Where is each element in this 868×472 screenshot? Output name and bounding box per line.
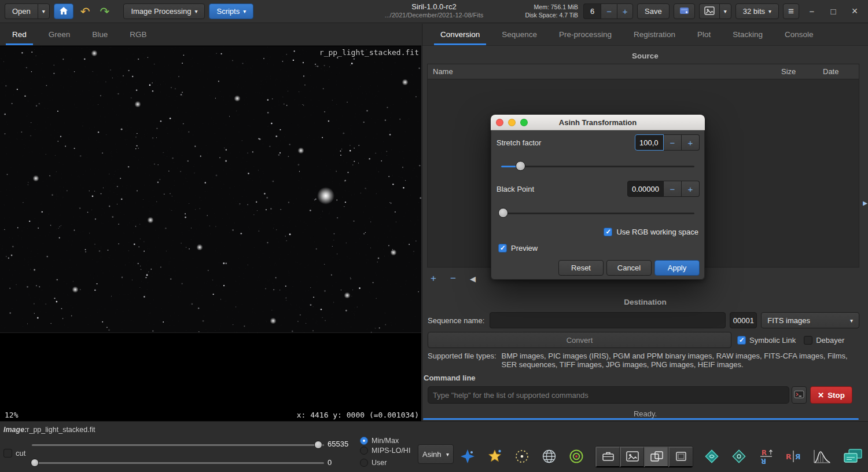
black-point-decrement-button[interactable]: −: [664, 181, 682, 197]
tab-green[interactable]: Green: [38, 24, 82, 45]
high-threshold-slider[interactable]: [32, 441, 324, 449]
photometry-button[interactable]: [511, 445, 533, 469]
collapse-panel-button[interactable]: ◀: [470, 275, 476, 283]
minimize-button[interactable]: −: [803, 3, 821, 20]
image-processing-menu-button[interactable]: Image Processing ▾: [123, 3, 205, 19]
sequence-start-index[interactable]: 00001: [730, 312, 757, 328]
hamburger-menu-button[interactable]: ≡: [783, 3, 799, 19]
command-log-button[interactable]: [792, 386, 807, 404]
add-files-button[interactable]: +: [431, 273, 436, 284]
celestial-grid-button[interactable]: [538, 445, 560, 469]
background-samples-button[interactable]: [565, 445, 587, 469]
tab-blue[interactable]: Blue: [81, 24, 119, 45]
image-display-area[interactable]: r_pp_light_stacked.fit 12% x: 4416 y: 00…: [0, 46, 421, 421]
save-button[interactable]: Save: [637, 3, 670, 19]
debayer-checkbox[interactable]: [804, 336, 812, 345]
mode-minmax-option[interactable]: Min/Max: [360, 437, 399, 445]
column-header-size[interactable]: Size: [781, 67, 823, 76]
open-dropdown-button[interactable]: ▾: [38, 3, 50, 19]
mode-user-option[interactable]: User: [360, 459, 387, 467]
tab-stacking[interactable]: Stacking: [722, 24, 774, 45]
preview-checkbox[interactable]: [498, 244, 507, 253]
low-threshold-slider[interactable]: [32, 459, 324, 467]
bit-depth-dropdown[interactable]: 32 bits ▾: [735, 3, 779, 19]
rgb-working-space-checkbox[interactable]: [604, 228, 612, 236]
preview-option[interactable]: Preview: [498, 244, 538, 253]
false-color-button[interactable]: [620, 447, 644, 467]
redo-button[interactable]: ↷: [97, 3, 113, 20]
tab-sequence[interactable]: Sequence: [491, 24, 548, 45]
zoom-100-button[interactable]: [668, 447, 693, 467]
maximize-traffic-icon[interactable]: [520, 119, 528, 126]
black-point-slider[interactable]: [501, 208, 694, 218]
snapshot-dropdown-button[interactable]: ▾: [719, 3, 731, 19]
close-button[interactable]: ×: [846, 3, 863, 20]
mips-radio[interactable]: [360, 447, 368, 455]
maximize-button[interactable]: □: [825, 3, 842, 20]
tab-registration[interactable]: Registration: [623, 24, 686, 45]
fit-to-window-button[interactable]: [644, 447, 668, 467]
output-format-dropdown[interactable]: FITS images ▾: [761, 312, 859, 328]
cut-option[interactable]: cut: [3, 449, 25, 458]
display-mode-button[interactable]: [840, 445, 866, 469]
flip-horizontal-button[interactable]: RЯ: [782, 445, 804, 469]
stop-button[interactable]: ✕ Stop: [810, 386, 852, 404]
convert-button[interactable]: Convert: [428, 332, 731, 348]
black-point-increment-button[interactable]: +: [682, 181, 700, 197]
user-radio[interactable]: [360, 459, 368, 467]
tab-plot[interactable]: Plot: [686, 24, 722, 45]
scripts-menu-button[interactable]: Scripts ▾: [209, 3, 253, 19]
black-point-value[interactable]: 0.00000: [627, 181, 664, 197]
threads-increment-button[interactable]: +: [617, 3, 633, 19]
tab-console[interactable]: Console: [774, 24, 825, 45]
expand-panel-arrow[interactable]: ▶: [863, 200, 867, 206]
home-button[interactable]: [54, 3, 73, 19]
column-header-date[interactable]: Date: [823, 67, 859, 76]
minmax-radio[interactable]: [360, 437, 368, 445]
cut-checkbox[interactable]: [3, 449, 12, 458]
threads-value[interactable]: 6: [583, 3, 601, 19]
stretch-factor-slider[interactable]: [501, 161, 694, 171]
stretch-mode-dropdown[interactable]: Asinh ▾: [418, 444, 454, 464]
mode-mips-option[interactable]: MIPS-LO/HI: [360, 447, 410, 455]
tab-conversion[interactable]: Conversion: [429, 24, 491, 45]
undo-button[interactable]: ↶: [78, 3, 93, 20]
threads-decrement-button[interactable]: −: [601, 3, 617, 19]
tab-rgb[interactable]: RGB: [119, 24, 157, 45]
cancel-button[interactable]: Cancel: [606, 260, 652, 276]
debayer-option[interactable]: Debayer: [804, 336, 844, 345]
snapshot-button[interactable]: [699, 3, 719, 19]
star-detection-button[interactable]: [484, 445, 506, 469]
minimize-traffic-icon[interactable]: [508, 119, 516, 126]
symbolic-link-checkbox[interactable]: [737, 336, 746, 345]
rgb-working-space-option[interactable]: Use RGB working space: [604, 228, 698, 236]
snapshot-clipboard-button[interactable]: [728, 445, 750, 469]
histogram-button[interactable]: [810, 445, 835, 469]
apply-button[interactable]: Apply: [654, 260, 700, 276]
snapshot-diamond-button[interactable]: [701, 445, 723, 469]
starfield-image[interactable]: [0, 46, 421, 421]
stretch-increment-button[interactable]: +: [682, 134, 700, 151]
stretch-factor-value[interactable]: 100,0: [635, 134, 664, 151]
slider-knob[interactable]: [516, 161, 525, 171]
command-line-input[interactable]: [428, 386, 789, 404]
sequence-name-input[interactable]: [490, 312, 726, 328]
slider-knob[interactable]: [498, 208, 508, 218]
platesolve-button[interactable]: [457, 445, 479, 469]
column-header-name[interactable]: Name: [428, 67, 781, 76]
negative-view-button[interactable]: [595, 447, 620, 467]
save-as-button[interactable]: [674, 3, 695, 19]
symbolic-link-option[interactable]: Symbolic Link: [737, 336, 796, 345]
flip-vertical-button[interactable]: RR: [755, 445, 777, 469]
chevron-down-icon: ▾: [768, 8, 771, 14]
stretch-decrement-button[interactable]: −: [664, 134, 682, 151]
remove-files-button[interactable]: −: [450, 273, 456, 284]
dialog-titlebar[interactable]: Asinh Transformation: [491, 115, 705, 130]
tab-red[interactable]: Red: [1, 24, 38, 45]
slider-knob[interactable]: [314, 441, 322, 449]
tab-preprocessing[interactable]: Pre-processing: [548, 24, 623, 45]
reset-button[interactable]: Reset: [558, 260, 604, 276]
slider-knob[interactable]: [31, 459, 39, 467]
open-button[interactable]: Open: [5, 3, 38, 19]
close-traffic-icon[interactable]: [496, 119, 503, 126]
